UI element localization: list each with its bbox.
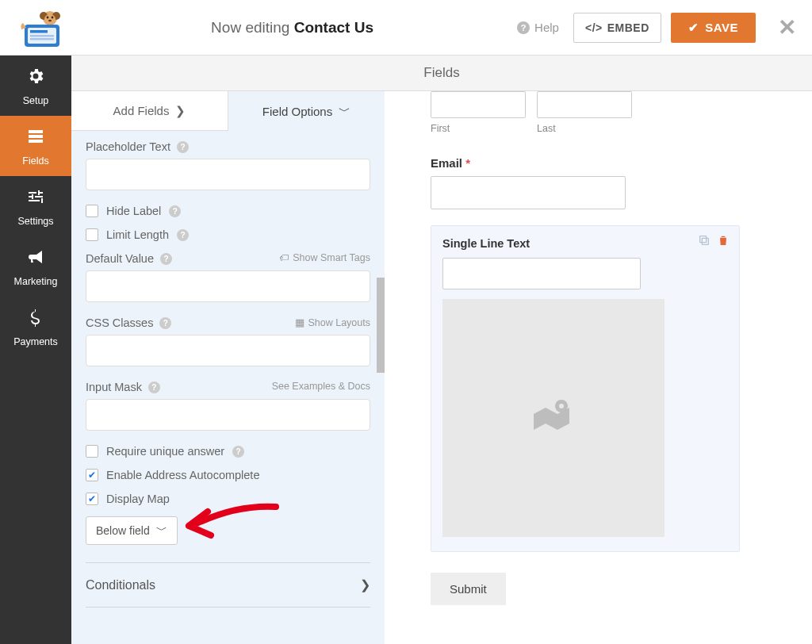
svg-rect-16 xyxy=(700,236,707,243)
side-nav: Setup Fields Settings Marketing Payments xyxy=(0,56,71,644)
require-unique-checkbox[interactable]: Require unique answer ? xyxy=(86,445,370,458)
code-icon: </> xyxy=(585,21,603,34)
section-title: Fields xyxy=(71,56,812,91)
scrollbar[interactable] xyxy=(377,278,385,373)
last-name-input[interactable] xyxy=(537,91,632,118)
single-line-text-input[interactable] xyxy=(442,258,641,289)
checkbox-checked-icon: ✔ xyxy=(86,469,98,481)
svg-rect-19 xyxy=(561,411,562,420)
map-placeholder xyxy=(442,299,665,537)
see-examples-link[interactable]: See Examples & Docs xyxy=(272,381,370,392)
bullhorn-icon xyxy=(0,247,71,271)
input-mask-input[interactable] xyxy=(86,399,370,431)
help-icon[interactable]: ? xyxy=(169,205,181,217)
help-icon[interactable]: ? xyxy=(159,317,171,329)
nav-marketing[interactable]: Marketing xyxy=(0,236,71,297)
delete-icon[interactable] xyxy=(717,234,730,249)
gear-icon xyxy=(0,67,71,90)
chevron-right-icon: ❯ xyxy=(360,577,370,592)
check-icon: ✔ xyxy=(688,21,699,35)
selected-field[interactable]: Single Line Text xyxy=(431,225,740,552)
show-layouts-link[interactable]: ▦ Show Layouts xyxy=(295,316,370,328)
app-logo xyxy=(16,6,67,49)
close-button[interactable]: ✕ xyxy=(778,14,796,40)
label-placeholder-text: Placeholder Text ? xyxy=(86,140,370,153)
svg-rect-13 xyxy=(29,135,43,138)
divider xyxy=(86,607,370,608)
grid-icon: ▦ xyxy=(295,316,304,328)
single-line-text-label: Single Line Text xyxy=(442,237,728,250)
nav-settings[interactable]: Settings xyxy=(0,176,71,236)
chevron-down-icon: ﹀ xyxy=(339,104,350,119)
help-link[interactable]: ? Help xyxy=(517,21,559,34)
first-name-sublabel: First xyxy=(431,123,526,134)
svg-point-6 xyxy=(48,19,52,21)
nav-setup[interactable]: Setup xyxy=(0,56,71,116)
save-button[interactable]: ✔ SAVE xyxy=(671,13,756,43)
panel-tabs: Add Fields ❯ Field Options ﹀ xyxy=(71,91,385,131)
form-icon xyxy=(0,127,71,151)
sliders-icon xyxy=(0,187,71,211)
limit-length-checkbox[interactable]: Limit Length ? xyxy=(86,228,370,241)
svg-rect-10 xyxy=(30,35,54,37)
last-name-sublabel: Last xyxy=(537,123,632,134)
help-icon: ? xyxy=(517,21,530,34)
dollar-icon xyxy=(0,308,71,332)
display-map-checkbox[interactable]: ✔ Display Map xyxy=(86,493,370,505)
svg-point-5 xyxy=(51,16,53,18)
preview-area: First Last Email * xyxy=(385,91,812,644)
css-classes-input[interactable] xyxy=(86,335,370,366)
duplicate-icon[interactable] xyxy=(698,234,710,249)
chevron-down-icon: ﹀ xyxy=(156,523,167,538)
nav-payments[interactable]: Payments xyxy=(0,297,71,357)
tag-icon: 🏷 xyxy=(279,252,289,263)
tab-field-options[interactable]: Field Options ﹀ xyxy=(228,91,385,131)
help-icon[interactable]: ? xyxy=(160,253,172,265)
default-value-input[interactable] xyxy=(86,270,370,302)
help-icon[interactable]: ? xyxy=(177,141,189,153)
svg-rect-12 xyxy=(29,130,43,133)
checkbox-checked-icon: ✔ xyxy=(86,493,98,505)
svg-rect-15 xyxy=(702,238,708,244)
show-smart-tags-link[interactable]: 🏷 Show Smart Tags xyxy=(279,252,370,263)
checkbox-unchecked-icon xyxy=(86,445,98,458)
help-icon[interactable]: ? xyxy=(232,446,244,458)
email-input[interactable] xyxy=(431,176,626,209)
help-icon[interactable]: ? xyxy=(177,229,189,241)
checkbox-unchecked-icon xyxy=(86,228,98,241)
submit-button[interactable]: Submit xyxy=(431,573,506,605)
placeholder-text-input[interactable] xyxy=(86,159,370,190)
help-icon[interactable]: ? xyxy=(148,381,160,393)
svg-rect-14 xyxy=(29,140,43,143)
first-name-input[interactable] xyxy=(431,91,526,118)
svg-rect-9 xyxy=(30,30,48,33)
email-label: Email * xyxy=(431,156,766,170)
svg-point-3 xyxy=(44,14,56,24)
chevron-right-icon: ❯ xyxy=(175,104,186,118)
map-position-select[interactable]: Below field ﹀ xyxy=(86,516,178,545)
hide-label-checkbox[interactable]: Hide Label ? xyxy=(86,205,370,217)
conditionals-section[interactable]: Conditionals ❯ xyxy=(86,563,370,607)
editing-label: Now editing Contact Us xyxy=(67,19,517,36)
options-panel: Add Fields ❯ Field Options ﹀ Placeholder… xyxy=(71,91,385,644)
embed-button[interactable]: </> EMBED xyxy=(573,13,661,43)
form-canvas: First Last Email * xyxy=(385,91,812,644)
annotation-arrow xyxy=(181,500,284,548)
svg-point-18 xyxy=(559,404,564,408)
svg-rect-11 xyxy=(30,38,54,40)
nav-fields[interactable]: Fields xyxy=(0,116,71,176)
checkbox-unchecked-icon xyxy=(86,205,98,217)
enable-autocomplete-checkbox[interactable]: ✔ Enable Address Autocomplete xyxy=(86,469,370,481)
tab-add-fields[interactable]: Add Fields ❯ xyxy=(71,91,228,131)
app-header: Now editing Contact Us ? Help </> EMBED … xyxy=(0,0,812,56)
main-panel: Fields Add Fields ❯ Field Options ﹀ xyxy=(71,56,812,644)
svg-point-4 xyxy=(46,16,48,18)
